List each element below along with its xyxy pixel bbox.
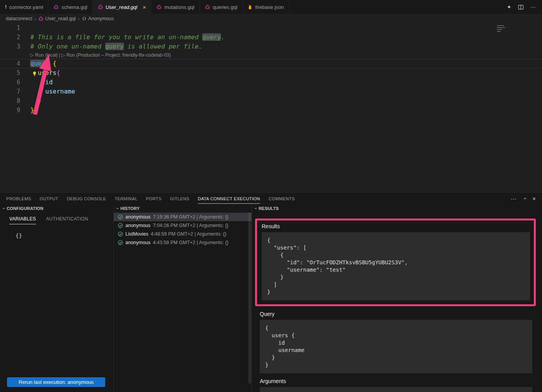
history-operation-name: anonymous: [125, 223, 151, 228]
tab-strip: !connector.yamlschema.gqlUser_read.gql×m…: [0, 0, 289, 14]
code-line-2[interactable]: 2# This is a file for you to write an un…: [0, 33, 542, 42]
panel-tab-comments[interactable]: COMMENTS: [269, 193, 295, 204]
line-number: 5: [0, 68, 20, 78]
code-text: # This is a file for you to write an un-…: [20, 33, 225, 42]
history-meta: 7:04:26 PM GMT+2 | Arguments: {}: [153, 223, 229, 228]
configuration-title: CONFIGURATION: [7, 206, 43, 211]
panel-actions: ··· › ×: [511, 195, 542, 202]
results-header[interactable]: › RESULTS: [252, 204, 542, 213]
tab-label: queries.gql: [213, 4, 238, 10]
history-operation-name: anonymous: [125, 214, 151, 220]
yaml-icon: !: [5, 4, 7, 10]
configuration-tabs: VARIABLESAUTHENTICATION: [0, 213, 113, 224]
run-local-link[interactable]: ▷ Run (local): [30, 52, 58, 58]
editor: 12# This is a file for you to write an u…: [0, 23, 542, 192]
check-icon: [118, 223, 123, 228]
maximize-panel-icon[interactable]: ›: [521, 198, 528, 199]
code-line-1[interactable]: 1: [0, 23, 542, 33]
breadcrumb-item[interactable]: User_read.gql: [38, 16, 76, 21]
panel-tab-ports[interactable]: PORTS: [146, 193, 162, 204]
panel-tab-output[interactable]: OUTPUT: [40, 193, 58, 204]
more-actions-icon[interactable]: ···: [530, 4, 536, 10]
graphql-icon: [156, 5, 162, 10]
tab-schema.gql[interactable]: schema.gql: [49, 0, 92, 14]
codelens: ▷ Run (local) | ▷ Run (Production – Proj…: [0, 51, 542, 59]
config-tab-authentication[interactable]: AUTHENTICATION: [46, 216, 89, 224]
check-icon: [118, 240, 123, 245]
code-text: users{: [20, 68, 60, 78]
code-text: # Only one un-named query is allowed per…: [20, 42, 202, 51]
panel-tab-debug-console[interactable]: DEBUG CONSOLE: [67, 193, 106, 204]
bottom-panel: PROBLEMSOUTPUTDEBUG CONSOLETERMINALPORTS…: [0, 192, 542, 392]
configuration-section: › CONFIGURATION VARIABLESAUTHENTICATION …: [0, 204, 114, 392]
close-panel-icon[interactable]: ×: [532, 195, 536, 202]
tab-User_read.gql[interactable]: User_read.gql×: [93, 0, 151, 14]
line-number: 4: [0, 59, 20, 68]
history-row[interactable]: anonymous4:43:58 PM GMT+2 | Arguments: {…: [114, 238, 252, 247]
history-section: › HISTORY anonymous7:19:36 PM GMT+2 | Ar…: [114, 204, 252, 392]
config-tab-variables[interactable]: VARIABLES: [9, 216, 36, 224]
tab-connector.yaml[interactable]: !connector.yaml: [0, 0, 49, 14]
code-line-4[interactable]: 4query {: [0, 59, 542, 68]
tab-queries.gql[interactable]: queries.gql: [200, 0, 243, 14]
line-number: 6: [0, 78, 20, 87]
line-number: 1: [0, 23, 20, 33]
panel-tab-gitlens[interactable]: GITLENS: [170, 193, 189, 204]
code-line-8[interactable]: 8 }: [0, 96, 542, 106]
panel-tab-data-connect-execution[interactable]: DATA CONNECT EXECUTION: [198, 193, 260, 204]
history-row[interactable]: ListMovies4:48:59 PM GMT+2 | Arguments: …: [114, 230, 252, 238]
code-text: }: [20, 106, 34, 115]
breadcrumb-separator: ›: [78, 16, 80, 22]
panel-more-icon[interactable]: ···: [511, 195, 516, 202]
query-label: Query: [260, 311, 532, 317]
tab-firebase.json[interactable]: firebase.json: [243, 0, 289, 14]
sparkle-icon[interactable]: ✦: [507, 4, 511, 10]
chevron-down-icon: ›: [115, 208, 120, 209]
panel-tab-terminal[interactable]: TERMINAL: [115, 193, 137, 204]
check-icon: [118, 214, 123, 220]
run-production-link[interactable]: ▷ Run (Production – Project: friendly-fl…: [61, 52, 170, 58]
breadcrumb-item[interactable]: Anonymous: [82, 16, 114, 21]
history-header[interactable]: › HISTORY: [114, 204, 252, 213]
history-meta: 4:48:59 PM GMT+2 | Arguments: {}: [151, 231, 226, 237]
configuration-header[interactable]: › CONFIGURATION: [0, 204, 113, 213]
codelens-separator: |: [58, 52, 62, 58]
arguments-box: {}: [260, 387, 532, 392]
code-line-7[interactable]: 7 username: [0, 87, 542, 96]
history-scrollbar[interactable]: [248, 213, 251, 383]
check-icon: [118, 231, 123, 237]
tab-label: schema.gql: [61, 4, 87, 10]
chevron-down-icon: ›: [1, 208, 7, 209]
results-output-box: { "users": [ { "id": "OrTucFODZHTksvBSBU…: [262, 232, 530, 300]
history-row[interactable]: anonymous7:04:26 PM GMT+2 | Arguments: {…: [114, 221, 252, 230]
rerun-button[interactable]: Rerun last execution: anonymous: [7, 377, 105, 387]
firebase-icon: [248, 4, 252, 10]
code-line-3[interactable]: 3# Only one un-named query is allowed pe…: [0, 42, 542, 51]
code-line-9[interactable]: 9}: [0, 106, 542, 115]
code-line-5[interactable]: 5 users{: [0, 68, 542, 78]
code-line-6[interactable]: 6 id: [0, 78, 542, 87]
code-lines: 12# This is a file for you to write an u…: [0, 23, 542, 115]
code-text: query {: [20, 59, 56, 68]
close-icon[interactable]: ×: [143, 4, 146, 10]
panel-tab-bar: PROBLEMSOUTPUTDEBUG CONSOLETERMINALPORTS…: [0, 193, 542, 204]
results-title: RESULTS: [259, 206, 279, 211]
history-list: anonymous7:19:36 PM GMT+2 | Arguments: {…: [114, 213, 252, 247]
line-number: 8: [0, 96, 20, 106]
code-text: username: [20, 87, 75, 96]
breadcrumb: dataconnect›User_read.gql›Anonymous: [0, 14, 542, 23]
graphql-icon: [205, 5, 210, 10]
history-row[interactable]: anonymous7:19:36 PM GMT+2 | Arguments: {…: [114, 213, 252, 221]
breadcrumb-item[interactable]: dataconnect: [6, 16, 32, 21]
variables-editor[interactable]: {}: [0, 224, 113, 239]
code-text: }: [20, 96, 42, 106]
line-number: 2: [0, 33, 20, 42]
breadcrumb-separator: ›: [35, 16, 36, 22]
tab-mutations.gql[interactable]: mutations.gql: [151, 0, 200, 14]
panel-tab-problems[interactable]: PROBLEMS: [6, 193, 31, 204]
line-number: 7: [0, 87, 20, 96]
minimap[interactable]: [497, 24, 506, 32]
symbol-icon: [82, 16, 87, 21]
breadcrumb-label: User_read.gql: [45, 16, 76, 21]
split-editor-icon[interactable]: [518, 4, 524, 10]
